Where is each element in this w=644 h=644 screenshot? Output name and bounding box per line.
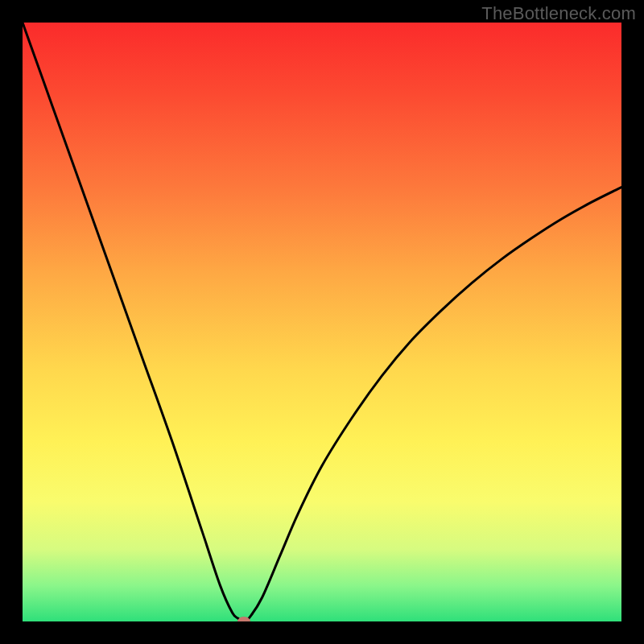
plot-area	[23, 23, 621, 621]
bottleneck-curve	[23, 23, 621, 621]
optimal-point-marker	[237, 617, 250, 621]
chart-frame: TheBottleneck.com	[0, 0, 644, 644]
watermark-text: TheBottleneck.com	[481, 3, 636, 24]
